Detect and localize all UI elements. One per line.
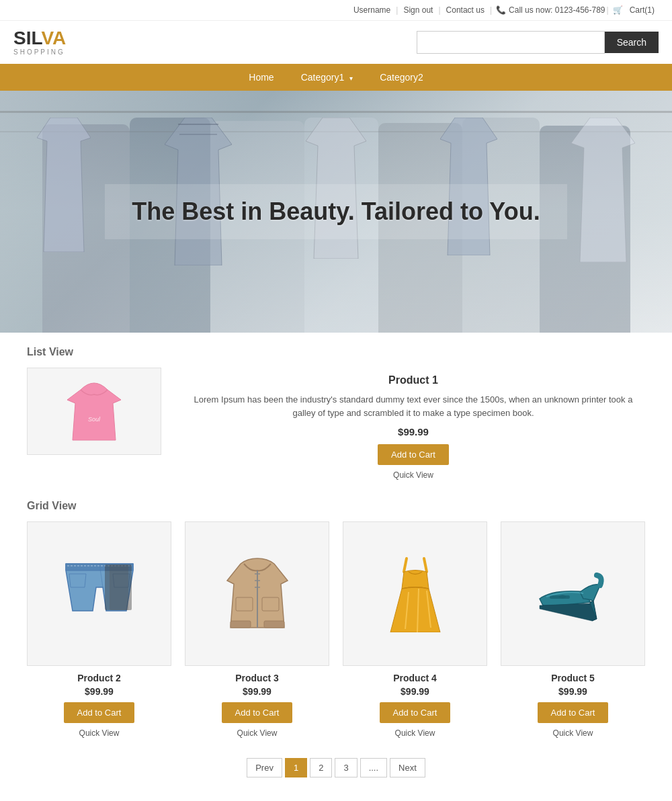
product1-info: Product 1 Lorem Ipsum has been the indus… [181,368,645,480]
header: SILVA SHOPPING Search [0,21,672,64]
signout-link[interactable]: Sign out [403,5,433,15]
sep1: | [396,5,398,15]
product5-add-to-cart[interactable]: Add to Cart [538,702,609,723]
product5-image [501,521,645,666]
contact-link[interactable]: Contact us [446,5,485,15]
search-input[interactable] [417,31,605,54]
product4-image [343,521,487,666]
product4-name: Product 4 [343,673,487,683]
pagination-ellipsis: .... [360,758,387,777]
product2-quick-view[interactable]: Quick View [27,728,171,738]
clothing-shape-5 [571,118,635,262]
logo-sub: SHOPPING [13,49,66,56]
phone-icon: 📞 [496,5,506,15]
product2-shorts-svg [59,560,140,628]
product5-heels-svg [533,562,614,626]
product4-add-to-cart[interactable]: Add to Cart [380,702,451,723]
svg-rect-8 [110,564,128,610]
nav-item-category2[interactable]: Category2 [366,64,437,91]
nav-link-home[interactable]: Home [235,64,287,91]
product1-tshirt-svg: Soul [67,380,121,444]
nav-item-category1[interactable]: Category1 ▾ [288,64,366,91]
product3-price: $99.99 [185,686,329,697]
pagination-page-2[interactable]: 2 [310,758,332,777]
grid-product-5: Product 5 $99.99 Add to Cart Quick View [501,521,645,738]
nav-link-category1[interactable]: Category1 ▾ [288,64,366,91]
pagination-next[interactable]: Next [390,758,425,777]
product3-quick-view[interactable]: Quick View [185,728,329,738]
product1-name: Product 1 [181,374,645,386]
phone-label: Call us now: 0123-456-789 [509,5,605,15]
main-content: List View Soul Product 1 Lorem Ipsum has… [13,333,659,801]
grid-view-title: Grid View [27,500,645,512]
sep3: | [490,5,492,15]
cart-link[interactable]: Cart(1) [630,5,655,15]
product1-description: Lorem Ipsum has been the industry's stan… [181,393,645,419]
product2-image [27,521,171,666]
product4-dress-svg [385,555,446,632]
product2-price: $99.99 [27,686,171,697]
clothing-shape-1 [37,118,91,252]
hero-text: The Best in Beauty. Tailored to You. [105,184,566,239]
hero-banner: The Best in Beauty. Tailored to You. [0,91,672,333]
product4-price: $99.99 [343,686,487,697]
list-view-title: List View [27,346,645,358]
search-button[interactable]: Search [605,32,659,53]
svg-text:Soul: Soul [88,416,101,423]
product1-price: $99.99 [181,426,645,437]
cart-icon: 🛒 [613,5,623,15]
main-nav: Home Category1 ▾ Category2 [0,64,672,91]
sep2: | [438,5,440,15]
list-view: Soul Product 1 Lorem Ipsum has been the … [27,368,645,480]
product2-add-to-cart[interactable]: Add to Cart [64,702,135,723]
product3-jacket-svg [224,557,291,631]
username-link[interactable]: Username [353,5,390,15]
product5-quick-view[interactable]: Quick View [501,728,645,738]
svg-rect-14 [264,621,284,628]
product3-image [185,521,329,666]
product2-name: Product 2 [27,673,171,683]
svg-rect-13 [230,621,251,628]
nav-link-category2[interactable]: Category2 [366,64,437,91]
product5-name: Product 5 [501,673,645,683]
product5-price: $99.99 [501,686,645,697]
product1-image: Soul [27,368,161,455]
product3-add-to-cart[interactable]: Add to Cart [222,702,293,723]
dropdown-arrow: ▾ [349,75,353,82]
product1-add-to-cart[interactable]: Add to Cart [378,444,449,465]
nav-item-home[interactable]: Home [235,64,287,91]
pagination-page-1[interactable]: 1 [285,758,307,777]
product1-quick-view[interactable]: Quick View [181,470,645,480]
logo[interactable]: SILVA SHOPPING [13,29,66,56]
grid-product-4: Product 4 $99.99 Add to Cart Quick View [343,521,487,738]
grid-product-2: Product 2 $99.99 Add to Cart Quick View [27,521,171,738]
top-bar: Username | Sign out | Contact us | 📞 Cal… [0,0,672,21]
svg-rect-17 [550,595,570,599]
grid-view: Product 2 $99.99 Add to Cart Quick View [27,521,645,738]
pagination-page-3[interactable]: 3 [335,758,357,777]
search-bar: Search [417,31,659,54]
logo-va: VA [41,28,66,48]
pagination-prev[interactable]: Prev [247,758,282,777]
product3-name: Product 3 [185,673,329,683]
grid-product-3: Product 3 $99.99 Add to Cart Quick View [185,521,329,738]
pagination: Prev 1 2 3 .... Next [27,758,645,777]
logo-sil: SIL [13,28,41,48]
sep4: | [607,5,609,15]
product4-quick-view[interactable]: Quick View [343,728,487,738]
